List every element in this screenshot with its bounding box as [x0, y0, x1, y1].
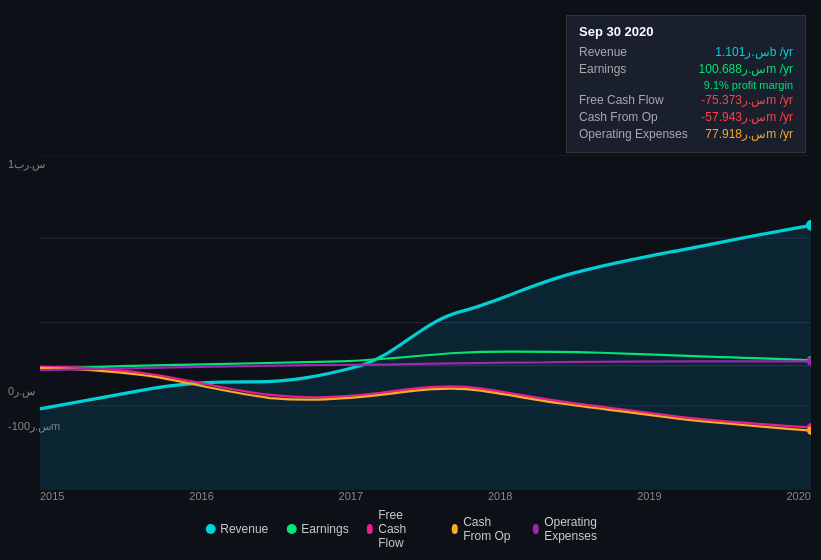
x-label-2016: 2016	[189, 490, 213, 502]
legend-label-earnings: Earnings	[301, 522, 348, 536]
chart-svg-wrapper	[40, 155, 811, 490]
x-label-2018: 2018	[488, 490, 512, 502]
x-label-2017: 2017	[339, 490, 363, 502]
tooltip-fcf-row: Free Cash Flow -75.373س.رm /yr	[579, 93, 793, 107]
legend-label-revenue: Revenue	[220, 522, 268, 536]
x-label-2020: 2020	[786, 490, 810, 502]
x-axis-labels: 2015 2016 2017 2018 2019 2020	[40, 490, 811, 502]
legend-label-fcf: Free Cash Flow	[378, 508, 433, 550]
tooltip-cashop-value: -57.943س.رm /yr	[701, 110, 793, 124]
legend-dot-fcf	[367, 524, 374, 534]
tooltip-earnings-value: 100.688س.رm /yr	[699, 62, 793, 76]
tooltip-revenue-value: 1.101س.رb /yr	[715, 45, 793, 59]
legend-dot-opex	[533, 524, 540, 534]
legend-item-cashop[interactable]: Cash From Op	[452, 515, 515, 543]
y-label-zero: 0س.ر	[8, 385, 35, 398]
legend-dot-earnings	[286, 524, 296, 534]
x-label-2019: 2019	[637, 490, 661, 502]
chart-legend: Revenue Earnings Free Cash Flow Cash Fro…	[205, 508, 616, 550]
legend-item-fcf[interactable]: Free Cash Flow	[367, 508, 434, 550]
legend-item-revenue[interactable]: Revenue	[205, 522, 268, 536]
tooltip-earnings-row: Earnings 100.688س.رm /yr	[579, 62, 793, 76]
tooltip-fcf-value: -75.373س.رm /yr	[701, 93, 793, 107]
tooltip-revenue-label: Revenue	[579, 45, 627, 59]
revenue-fill	[40, 225, 811, 490]
x-label-2015: 2015	[40, 490, 64, 502]
tooltip-date: Sep 30 2020	[579, 24, 793, 39]
tooltip-fcf-label: Free Cash Flow	[579, 93, 664, 107]
legend-dot-cashop	[452, 524, 459, 534]
legend-label-cashop: Cash From Op	[463, 515, 514, 543]
tooltip-cashop-label: Cash From Op	[579, 110, 658, 124]
chart-container: Sep 30 2020 Revenue 1.101س.رb /yr Earnin…	[0, 0, 821, 560]
legend-label-opex: Operating Expenses	[544, 515, 616, 543]
tooltip-earnings-label: Earnings	[579, 62, 626, 76]
tooltip-cashop-row: Cash From Op -57.943س.رm /yr	[579, 110, 793, 124]
tooltip-opex-value: 77.918س.رm /yr	[705, 127, 793, 141]
legend-dot-revenue	[205, 524, 215, 534]
legend-item-opex[interactable]: Operating Expenses	[533, 515, 616, 543]
tooltip-opex-row: Operating Expenses 77.918س.رm /yr	[579, 127, 793, 141]
tooltip-revenue-row: Revenue 1.101س.رb /yr	[579, 45, 793, 59]
legend-item-earnings[interactable]: Earnings	[286, 522, 348, 536]
chart-svg	[40, 155, 811, 490]
tooltip-opex-label: Operating Expenses	[579, 127, 688, 141]
tooltip-box: Sep 30 2020 Revenue 1.101س.رb /yr Earnin…	[566, 15, 806, 153]
tooltip-profit-margin: 9.1% profit margin	[579, 79, 793, 91]
